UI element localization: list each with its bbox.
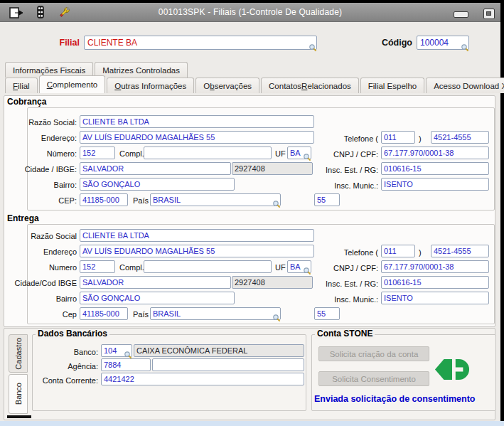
cobranca-telefone-ddd-field[interactable]: 011 bbox=[381, 131, 415, 144]
solicita-criacao-conta-button[interactable]: Solicita criação da conta bbox=[318, 346, 429, 361]
tab-filial[interactable]: Filial bbox=[5, 78, 38, 93]
entrega-telefone-field[interactable]: 4521-4555 bbox=[431, 245, 489, 257]
conta-corrente-label: Conta Corrente: bbox=[27, 375, 98, 386]
bairro-label: Bairro bbox=[14, 293, 77, 304]
entrega-compl-field[interactable] bbox=[144, 260, 272, 273]
cobranca-pais-codigo-field[interactable]: 55 bbox=[314, 193, 340, 206]
agencia-field[interactable]: 7884 bbox=[101, 358, 151, 371]
entrega-title: Entrega bbox=[7, 213, 39, 223]
cobranca-bairro-field[interactable]: SÃO GONÇALO bbox=[80, 178, 235, 191]
entrega-bairro-field[interactable]: SÃO GONÇALO bbox=[80, 292, 235, 304]
cobranca-telefone-field[interactable]: 4521-4555 bbox=[431, 131, 489, 144]
cep-label: CEP: bbox=[14, 195, 77, 206]
cobranca-insc-est-field[interactable]: 010616-15 bbox=[381, 162, 489, 175]
entrega-pais-value: BRASIL bbox=[153, 309, 181, 318]
entrega-insc-mun-field[interactable]: ISENTO bbox=[381, 292, 489, 304]
side-tab-banco-label: Banco bbox=[14, 383, 23, 405]
insc-est-label: Insc. Est. / RG: bbox=[287, 164, 378, 176]
numero-label: Número: bbox=[14, 148, 77, 159]
lookup-icon[interactable] bbox=[461, 43, 469, 52]
entrega-pais-field[interactable]: BRASIL bbox=[150, 307, 281, 320]
cnpj-label: CNPJ / CPF: bbox=[287, 262, 378, 274]
telefone-label: Telefone ( bbox=[287, 247, 378, 258]
cidade-ibge-label: Cidade/Cod IBGE bbox=[4, 277, 77, 289]
pais-label: País bbox=[133, 195, 150, 206]
lookup-icon[interactable] bbox=[272, 314, 281, 322]
side-tab-banco[interactable]: Banco bbox=[9, 374, 28, 414]
endereco-label: Endereço: bbox=[14, 132, 77, 144]
banco-codigo-value: 104 bbox=[104, 346, 117, 355]
cobranca-cep-field[interactable]: 41185-000 bbox=[80, 193, 128, 206]
lookup-icon[interactable] bbox=[309, 43, 317, 52]
tab-filial-espelho[interactable]: Filial Espelho bbox=[360, 78, 424, 93]
tab-contatos-relacionados[interactable]: Contatos Relacionados bbox=[261, 78, 359, 93]
agencia-label: Agência: bbox=[41, 361, 98, 372]
filial-label: Filial bbox=[30, 38, 80, 48]
endereco-label: Endereço bbox=[14, 246, 77, 257]
cobranca-endereco-field[interactable]: AV LUÍS EDUARDO MAGALHÃES 55 bbox=[80, 131, 314, 144]
tab-complemento[interactable]: Complemento bbox=[39, 75, 106, 93]
cobranca-cidade-field[interactable]: SALVADOR bbox=[80, 162, 231, 175]
cidade-ibge-label: Cidade / IBGE: bbox=[7, 164, 77, 175]
compl-label: Compl. bbox=[119, 262, 144, 273]
entrega-cidade-field[interactable]: SALVADOR bbox=[80, 276, 231, 289]
window-title: 001013SPK - Filiais (1-Controle De Quali… bbox=[0, 7, 500, 17]
cobranca-pais-value: BRASIL bbox=[153, 196, 181, 204]
codigo-label: Código bbox=[368, 38, 412, 48]
cobranca-insc-mun-field[interactable]: ISENTO bbox=[381, 178, 489, 191]
cobranca-numero-field[interactable]: 152 bbox=[80, 147, 115, 159]
agencia-digito-field[interactable] bbox=[152, 358, 304, 371]
minimize-button[interactable] bbox=[454, 11, 468, 18]
tab-outras-informacoes[interactable]: Outras Informações bbox=[107, 78, 194, 93]
uf-label: UF bbox=[275, 148, 286, 159]
entrega-razao-social-field[interactable]: CLIENTE BA LTDA bbox=[80, 229, 314, 242]
insc-mun-label: Insc. Munic.: bbox=[287, 294, 378, 305]
cobranca-compl-field[interactable] bbox=[144, 147, 272, 159]
banco-label: Banco: bbox=[41, 346, 98, 358]
app-screen: 001013SPK - Filiais (1-Controle De Quali… bbox=[0, 0, 504, 426]
entrega-cep-field[interactable]: 41185-000 bbox=[80, 307, 128, 320]
filial-value: CLIENTE BA bbox=[87, 38, 137, 48]
solicita-consentimento-button[interactable]: Solicita Consentimento bbox=[318, 371, 429, 386]
numero-label: Numero bbox=[14, 262, 77, 273]
cobranca-title: Cobrança bbox=[7, 97, 46, 107]
tab-observacoes[interactable]: Observações bbox=[195, 78, 259, 93]
entrega-endereco-field[interactable]: AV LUÍS EDUARDO MAGALHÃES 55 bbox=[80, 245, 314, 257]
cobranca-cnpj-field[interactable]: 67.177.970/0001-38 bbox=[381, 147, 489, 159]
dados-bancarios-title: Dados Bancários bbox=[36, 329, 109, 339]
cobranca-pais-field[interactable]: BRASIL bbox=[150, 193, 281, 206]
restore-button[interactable] bbox=[483, 9, 495, 19]
razao-social-label: Razão Social: bbox=[14, 117, 77, 128]
banco-nome-field: CAIXA ECONÔMICA FEDERAL bbox=[134, 344, 304, 357]
telefone-paren-close: ) bbox=[419, 247, 426, 258]
tab-acesso-download-xml[interactable]: Acesso Download XML bbox=[426, 78, 504, 93]
entrega-telefone-ddd-field[interactable]: 011 bbox=[381, 245, 415, 257]
entrega-cnpj-field[interactable]: 67.177.970/0001-38 bbox=[381, 260, 489, 273]
compl-label: Compl. bbox=[119, 148, 144, 159]
cnpj-label: CNPJ / CPF: bbox=[287, 149, 378, 160]
side-tab-cadastro[interactable]: Cadastro bbox=[9, 334, 28, 373]
title-bar: 001013SPK - Filiais (1-Controle De Quali… bbox=[0, 3, 500, 22]
cobranca-razao-social-field[interactable]: CLIENTE BA LTDA bbox=[80, 115, 314, 128]
razao-social-label: Razão Social bbox=[14, 230, 77, 242]
entrega-numero-field[interactable]: 152 bbox=[80, 260, 115, 273]
consentimento-status-text: Enviada solicitação de consentimento bbox=[314, 394, 475, 404]
filial-field[interactable]: CLIENTE BA bbox=[84, 36, 317, 50]
insc-est-label: Insc. Est. / RG: bbox=[287, 278, 378, 289]
main-tab-bar: Filial Complemento Outras Informações Ob… bbox=[5, 75, 504, 93]
app-window: 001013SPK - Filiais (1-Controle De Quali… bbox=[0, 3, 500, 421]
codigo-value: 100004 bbox=[420, 38, 449, 48]
uf-label: UF bbox=[275, 262, 286, 273]
conta-stone-title: Conta STONE bbox=[315, 329, 375, 339]
codigo-field[interactable]: 100004 bbox=[417, 36, 469, 50]
banco-codigo-field[interactable]: 104 bbox=[101, 344, 132, 357]
lookup-icon[interactable] bbox=[272, 200, 281, 208]
cep-label: Cep bbox=[14, 309, 77, 320]
entrega-insc-est-field[interactable]: 010616-15 bbox=[381, 276, 489, 289]
window-bottom-edge bbox=[0, 421, 504, 426]
side-tab-cadastro-label: Cadastro bbox=[14, 338, 23, 370]
entrega-pais-codigo-field[interactable]: 55 bbox=[314, 307, 340, 320]
telefone-paren-close: ) bbox=[419, 133, 426, 144]
conta-corrente-field[interactable]: 4421422 bbox=[101, 373, 304, 385]
pais-label: País bbox=[133, 309, 150, 320]
